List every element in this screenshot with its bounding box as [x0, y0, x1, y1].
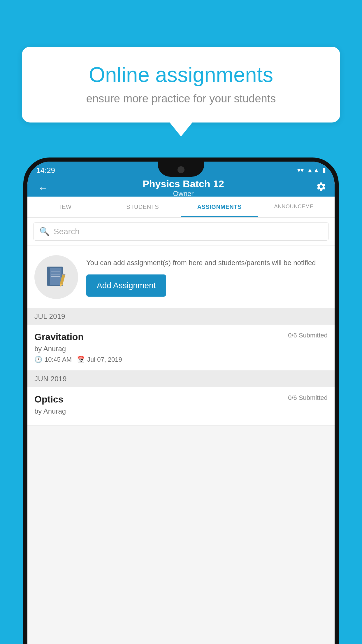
speech-bubble-wrapper: Online assignments ensure more practice … [22, 47, 340, 123]
settings-button[interactable] [316, 181, 326, 195]
batch-title: Physics Batch 12 [51, 178, 316, 190]
month-header-jun: JUN 2019 [27, 371, 335, 387]
assignment-item-header-optics: Optics 0/6 Submitted [34, 394, 328, 405]
notebook-icon [46, 265, 67, 289]
tab-assignments[interactable]: ASSIGNMENTS [181, 197, 258, 217]
phone-frame: 14:29 ▾▾ ▲▲ ▮ ← Physics Batch 12 Owner [23, 158, 339, 644]
front-camera [178, 166, 184, 173]
add-assignment-button[interactable]: Add Assignment [86, 274, 166, 297]
svg-rect-6 [47, 267, 50, 286]
phone-inner: 14:29 ▾▾ ▲▲ ▮ ← Physics Batch 12 Owner [27, 162, 335, 644]
optics-title: Optics [34, 394, 64, 405]
search-icon: 🔍 [39, 227, 50, 236]
meta-time: 🕐 10:45 AM [34, 356, 72, 363]
assignment-time: 10:45 AM [45, 356, 72, 363]
assignment-item-header: Gravitation 0/6 Submitted [34, 332, 328, 342]
app-bar-title: Physics Batch 12 Owner [51, 178, 316, 198]
battery-icon: ▮ [322, 167, 326, 174]
tab-iew[interactable]: IEW [27, 197, 104, 217]
status-time: 14:29 [36, 166, 55, 175]
assignment-date: Jul 07, 2019 [87, 356, 122, 363]
clock-icon: 🕐 [34, 356, 42, 363]
add-assignment-section: You can add assignment(s) from here and … [27, 246, 335, 308]
assignment-submitted: 0/6 Submitted [288, 332, 328, 339]
search-bar-wrapper: 🔍 Search [27, 218, 335, 245]
optics-author: by Anurag [34, 407, 328, 415]
notch [158, 162, 204, 177]
optics-submitted: 0/6 Submitted [288, 394, 328, 402]
assignment-item-optics[interactable]: Optics 0/6 Submitted by Anurag [27, 387, 335, 426]
signal-icon: ▲▲ [307, 167, 319, 174]
assignment-info: You can add assignment(s) from here and … [86, 258, 328, 297]
month-header-jul: JUL 2019 [27, 308, 335, 325]
calendar-icon: 📅 [77, 356, 85, 363]
search-placeholder[interactable]: Search [54, 227, 80, 236]
assignment-meta: 🕐 10:45 AM 📅 Jul 07, 2019 [34, 356, 328, 363]
assignment-author: by Anurag [34, 345, 328, 353]
status-icons: ▾▾ ▲▲ ▮ [297, 167, 326, 174]
bubble-subtitle: ensure more practice for your students [41, 92, 321, 105]
meta-date: 📅 Jul 07, 2019 [77, 356, 122, 363]
search-bar[interactable]: 🔍 Search [33, 222, 329, 241]
assignment-icon-circle [34, 255, 78, 299]
assignment-title: Gravitation [34, 332, 84, 342]
tabs: IEW STUDENTS ASSIGNMENTS ANNOUNCEME... [27, 197, 335, 218]
back-button[interactable]: ← [36, 179, 51, 196]
tab-announcements[interactable]: ANNOUNCEME... [258, 197, 335, 217]
tab-students[interactable]: STUDENTS [104, 197, 181, 217]
assignment-item-gravitation[interactable]: Gravitation 0/6 Submitted by Anurag 🕐 10… [27, 325, 335, 371]
bubble-title: Online assignments [41, 63, 321, 87]
assignment-description: You can add assignment(s) from here and … [86, 258, 328, 268]
speech-bubble: Online assignments ensure more practice … [22, 47, 340, 123]
wifi-icon: ▾▾ [297, 167, 304, 174]
screen: 14:29 ▾▾ ▲▲ ▮ ← Physics Batch 12 Owner [27, 162, 335, 644]
